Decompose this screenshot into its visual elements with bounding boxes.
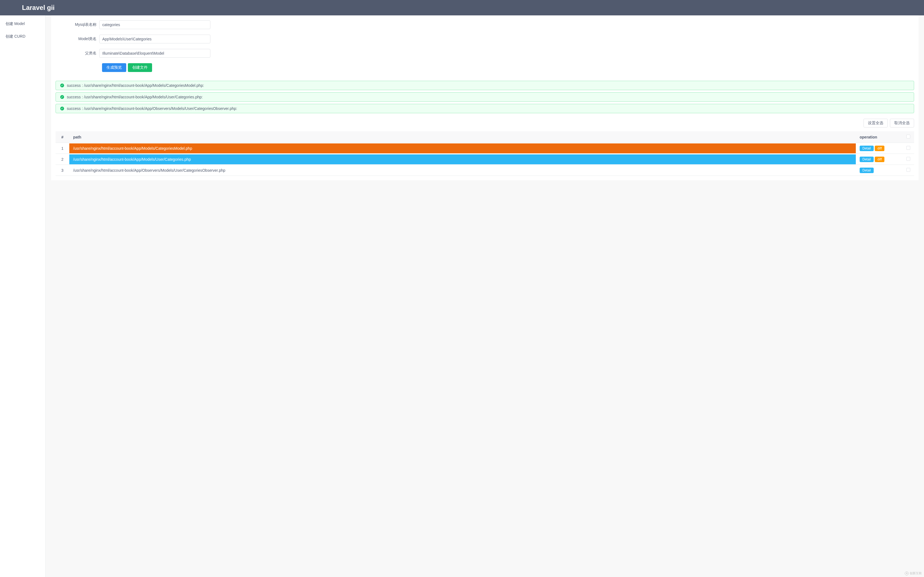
- create-button[interactable]: 创建文件: [128, 63, 152, 72]
- success-check-icon: [60, 106, 64, 110]
- th-operation: operation: [856, 131, 903, 143]
- watermark-text: 创新互联: [910, 571, 922, 575]
- cell-index: 1: [55, 143, 69, 154]
- alert-text: success : /usr/share/nginx/html/account-…: [67, 106, 237, 111]
- label-parent-class: 父类名: [51, 51, 99, 56]
- alert-success: success : /usr/share/nginx/html/account-…: [55, 81, 914, 90]
- files-table: # path operation 1/usr/share/nginx/html/…: [55, 131, 914, 176]
- cell-path: /usr/share/nginx/html/account-book/App/O…: [69, 165, 856, 176]
- cell-checkbox: [903, 165, 914, 176]
- form-button-row: 生成预览 创建文件: [51, 63, 919, 72]
- table-row: 2/usr/share/nginx/html/account-book/App/…: [55, 154, 914, 165]
- watermark: ⊗ 创新互联: [905, 571, 922, 575]
- app-title: Laravel gii: [22, 4, 55, 11]
- cell-path: /usr/share/nginx/html/account-book/App/M…: [69, 154, 856, 165]
- th-path: path: [69, 131, 856, 143]
- main-container: 创建 Model 创建 CURD Mysql表名称 Model类名 父类名: [0, 15, 924, 577]
- form-row-model-class: Model类名: [51, 35, 919, 44]
- input-parent-class[interactable]: [99, 49, 210, 58]
- sidebar-item-create-model[interactable]: 创建 Model: [0, 18, 45, 30]
- alert-success: success : /usr/share/nginx/html/account-…: [55, 104, 914, 113]
- detail-button[interactable]: Detail: [859, 156, 874, 162]
- form-row-table-name: Mysql表名称: [51, 20, 919, 29]
- select-all-button[interactable]: 设置全选: [864, 119, 888, 127]
- success-check-icon: [60, 84, 64, 87]
- input-model-class[interactable]: [99, 35, 210, 44]
- row-checkbox[interactable]: [906, 168, 910, 172]
- label-model-class: Model类名: [51, 37, 99, 42]
- select-buttons-row: 设置全选 取消全选: [55, 119, 914, 127]
- diff-button[interactable]: diff: [875, 146, 885, 151]
- diff-button[interactable]: diff: [875, 156, 885, 162]
- app-header: Laravel gii: [0, 0, 924, 15]
- cell-index: 3: [55, 165, 69, 176]
- cell-path: /usr/share/nginx/html/account-book/App/M…: [69, 143, 856, 154]
- row-checkbox[interactable]: [906, 146, 910, 150]
- cell-checkbox: [903, 154, 914, 165]
- detail-button[interactable]: Detail: [859, 146, 874, 151]
- alerts-wrap: success : /usr/share/nginx/html/account-…: [55, 79, 914, 119]
- alert-success: success : /usr/share/nginx/html/account-…: [55, 92, 914, 102]
- form-area: Mysql表名称 Model类名 父类名 生成预览 创建文件: [51, 15, 919, 79]
- detail-button[interactable]: Detail: [859, 168, 874, 173]
- label-mysql-table: Mysql表名称: [51, 22, 99, 27]
- sidebar-item-label: 创建 Model: [5, 21, 25, 26]
- sidebar-item-label: 创建 CURD: [5, 34, 25, 39]
- cell-index: 2: [55, 154, 69, 165]
- alert-text: success : /usr/share/nginx/html/account-…: [67, 95, 203, 99]
- main-content: Mysql表名称 Model类名 父类名 生成预览 创建文件: [46, 15, 924, 577]
- input-mysql-table[interactable]: [99, 20, 210, 29]
- sidebar-item-create-curd[interactable]: 创建 CURD: [0, 30, 45, 43]
- th-checkbox: [903, 131, 914, 143]
- cell-operation: Detail: [856, 165, 903, 176]
- preview-button[interactable]: 生成预览: [102, 63, 126, 72]
- th-index: #: [55, 131, 69, 143]
- path-text: /usr/share/nginx/html/account-book/App/M…: [69, 143, 856, 153]
- path-text: /usr/share/nginx/html/account-book/App/O…: [69, 165, 856, 175]
- deselect-all-button[interactable]: 取消全选: [890, 119, 914, 127]
- row-checkbox[interactable]: [906, 157, 910, 161]
- path-text: /usr/share/nginx/html/account-book/App/M…: [69, 155, 856, 164]
- form-row-parent-class: 父类名: [51, 49, 919, 58]
- cell-operation: Detaildiff: [856, 154, 903, 165]
- success-check-icon: [60, 95, 64, 99]
- watermark-icon: ⊗: [905, 572, 909, 575]
- cell-checkbox: [903, 143, 914, 154]
- table-row: 1/usr/share/nginx/html/account-book/App/…: [55, 143, 914, 154]
- cell-operation: Detaildiff: [856, 143, 903, 154]
- table-row: 3/usr/share/nginx/html/account-book/App/…: [55, 165, 914, 176]
- files-table-wrap: # path operation 1/usr/share/nginx/html/…: [55, 131, 914, 176]
- alert-text: success : /usr/share/nginx/html/account-…: [67, 83, 204, 88]
- sidebar: 创建 Model 创建 CURD: [0, 15, 46, 577]
- checkbox-all[interactable]: [906, 135, 910, 139]
